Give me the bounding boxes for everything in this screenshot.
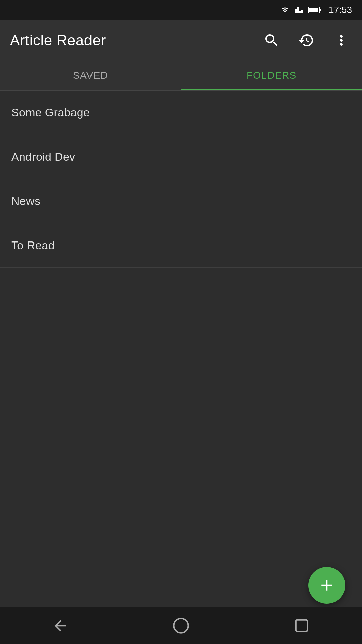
tab-bar: SAVED FOLDERS	[0, 60, 362, 91]
history-icon	[298, 32, 314, 48]
status-icons	[280, 6, 322, 14]
back-button[interactable]	[52, 617, 69, 634]
folder-item-to-read[interactable]: To Read	[0, 223, 362, 268]
folder-item-some-grabage[interactable]: Some Grabage	[0, 91, 362, 135]
battery-icon	[308, 6, 322, 14]
tab-saved[interactable]: SAVED	[0, 60, 181, 90]
signal-icon	[294, 6, 304, 14]
folder-item-news[interactable]: News	[0, 179, 362, 223]
status-time: 17:53	[328, 5, 352, 15]
history-button[interactable]	[296, 30, 317, 51]
more-options-icon	[333, 32, 349, 48]
search-icon	[263, 32, 280, 48]
recents-icon	[293, 617, 310, 634]
folder-list: Some Grabage Android Dev News To Read	[0, 91, 362, 268]
svg-point-3	[174, 618, 188, 633]
more-options-button[interactable]	[330, 30, 352, 51]
add-icon	[318, 576, 336, 594]
home-button[interactable]	[172, 617, 190, 634]
wifi-icon	[280, 6, 290, 14]
add-folder-button[interactable]	[308, 567, 345, 604]
folder-item-android-dev[interactable]: Android Dev	[0, 135, 362, 179]
app-bar-icons	[261, 30, 352, 51]
tab-folders[interactable]: FOLDERS	[181, 60, 362, 90]
search-button[interactable]	[261, 30, 282, 51]
app-title: Article Reader	[10, 32, 106, 49]
back-icon	[52, 617, 69, 634]
svg-rect-2	[320, 9, 321, 11]
nav-bar	[0, 607, 362, 644]
app-bar: Article Reader	[0, 20, 362, 60]
status-bar: 17:53	[0, 0, 362, 20]
recents-button[interactable]	[293, 617, 310, 634]
svg-rect-1	[309, 8, 318, 12]
home-icon	[172, 617, 190, 634]
svg-rect-4	[296, 620, 308, 632]
